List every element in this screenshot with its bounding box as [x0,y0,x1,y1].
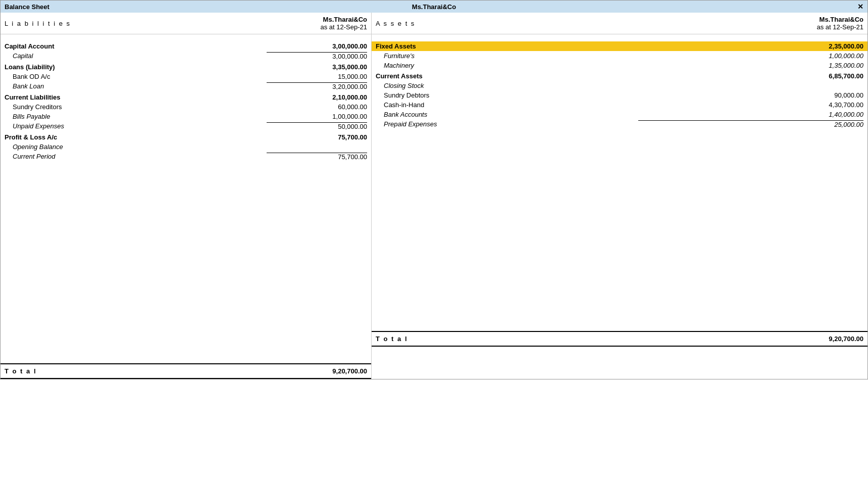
closing-stock-label: Closing Stock [372,81,634,90]
capital-account-header: Capital Account 3,00,000.00 [1,41,371,51]
current-period-amount: 75,700.00 [263,152,371,162]
loans-label: Loans (Liability) [1,61,263,72]
close-button[interactable]: ✕ [857,3,863,11]
machinery-amount: 1,35,000.00 [634,61,867,70]
pnl-total: 75,700.00 [263,131,371,142]
sundry-creditors-label: Sundry Creditors [1,102,263,112]
current-assets-total: 6,85,700.00 [634,70,867,81]
capital-account-label: Capital Account [1,41,263,51]
bank-loan-item: Bank Loan 3,20,000.00 [1,81,371,91]
furnitures-item: Furniture's 1,00,000.00 [372,51,867,61]
bank-loan-label: Bank Loan [1,81,263,91]
liabilities-total-amount: 9,20,700.00 [263,364,371,378]
bank-od-label: Bank OD A/c [1,72,263,81]
capital-account-total: 3,00,000.00 [263,41,371,51]
window-center-title: Ms.Tharai&Co [412,3,456,11]
loans-total: 3,35,000.00 [263,61,371,72]
machinery-item: Machinery 1,35,000.00 [372,61,867,70]
prepaid-expenses-label: Prepaid Expenses [372,119,634,129]
unpaid-expenses-item: Unpaid Expenses 50,000.00 [1,121,371,131]
closing-stock-item: Closing Stock [372,81,867,90]
main-content: L i a b i l i t i e s Ms.Tharai&Co as at… [1,13,867,379]
capital-item-amount: 3,00,000.00 [263,51,371,61]
current-liabilities-header: Current Liabilities 2,10,000.00 [1,91,371,102]
assets-date: as at 12-Sep-21 [638,23,863,31]
liabilities-company-col: Ms.Tharai&Co as at 12-Sep-21 [263,13,371,34]
current-liabilities-total: 2,10,000.00 [263,91,371,102]
fixed-assets-header: Fixed Assets 2,35,000.00 [372,41,867,51]
capital-item: Capital 3,00,000.00 [1,51,371,61]
liabilities-date: as at 12-Sep-21 [267,23,367,31]
bills-payable-label: Bills Payable [1,112,263,121]
bank-accounts-label: Bank Accounts [372,110,634,119]
cash-in-hand-amount: 4,30,700.00 [634,100,867,110]
current-assets-label: Current Assets [372,70,634,81]
bills-payable-item: Bills Payable 1,00,000.00 [1,112,371,121]
assets-section: A s s e t s Ms.Tharai&Co as at 12-Sep-21… [372,13,867,379]
assets-label: A s s e t s [372,13,634,34]
pnl-label: Profit & Loss A/c [1,131,263,142]
sundry-debtors-label: Sundry Debtors [372,90,634,100]
furnitures-amount: 1,00,000.00 [634,51,867,61]
bills-payable-amount: 1,00,000.00 [263,112,371,121]
assets-total-label: T o t a l [372,331,634,346]
sundry-creditors-item: Sundry Creditors 60,000.00 [1,102,371,112]
loans-header: Loans (Liability) 3,35,000.00 [1,61,371,72]
closing-stock-amount [634,81,867,90]
liabilities-total-label: T o t a l [1,364,263,378]
liabilities-total-row: T o t a l 9,20,700.00 [1,364,371,378]
current-liabilities-label: Current Liabilities [1,91,263,102]
bank-loan-amount: 3,20,000.00 [263,81,371,91]
current-period-item: Current Period 75,700.00 [1,152,371,162]
opening-balance-label: Opening Balance [1,142,263,152]
sundry-debtors-item: Sundry Debtors 90,000.00 [372,90,867,100]
sundry-debtors-amount: 90,000.00 [634,90,867,100]
unpaid-expenses-amount: 50,000.00 [263,121,371,131]
assets-company: Ms.Tharai&Co [638,16,863,23]
window-title: Balance Sheet [5,3,49,11]
prepaid-expenses-amount: 25,000.00 [634,119,867,129]
title-bar: Balance Sheet Ms.Tharai&Co ✕ [1,1,867,13]
pnl-header: Profit & Loss A/c 75,700.00 [1,131,371,142]
bank-od-item: Bank OD A/c 15,000.00 [1,72,371,81]
bank-accounts-item: Bank Accounts 1,40,000.00 [372,110,867,119]
liabilities-section: L i a b i l i t i e s Ms.Tharai&Co as at… [1,13,372,379]
cash-in-hand-item: Cash-in-Hand 4,30,700.00 [372,100,867,110]
sundry-creditors-amount: 60,000.00 [263,102,371,112]
assets-company-col: Ms.Tharai&Co as at 12-Sep-21 [634,13,867,34]
machinery-label: Machinery [372,61,634,70]
capital-item-label: Capital [1,51,263,61]
current-period-label: Current Period [1,152,263,162]
fixed-assets-total: 2,35,000.00 [634,41,867,51]
cash-in-hand-label: Cash-in-Hand [372,100,634,110]
assets-total-amount: 9,20,700.00 [634,331,867,346]
fixed-assets-label: Fixed Assets [372,41,634,51]
assets-total-row: T o t a l 9,20,700.00 [372,331,867,346]
unpaid-expenses-label: Unpaid Expenses [1,121,263,131]
balance-sheet-window: Balance Sheet Ms.Tharai&Co ✕ L i a b i l… [0,0,868,379]
liabilities-company: Ms.Tharai&Co [267,16,367,23]
prepaid-expenses-item: Prepaid Expenses 25,000.00 [372,119,867,129]
liabilities-label: L i a b i l i t i e s [1,13,263,34]
current-assets-header: Current Assets 6,85,700.00 [372,70,867,81]
liabilities-header-row: L i a b i l i t i e s Ms.Tharai&Co as at… [1,13,371,34]
opening-balance-item: Opening Balance [1,142,371,152]
bank-od-amount: 15,000.00 [263,72,371,81]
opening-balance-amount [263,142,371,152]
assets-header-row: A s s e t s Ms.Tharai&Co as at 12-Sep-21 [372,13,867,34]
furnitures-label: Furniture's [372,51,634,61]
bank-accounts-amount: 1,40,000.00 [634,110,867,119]
